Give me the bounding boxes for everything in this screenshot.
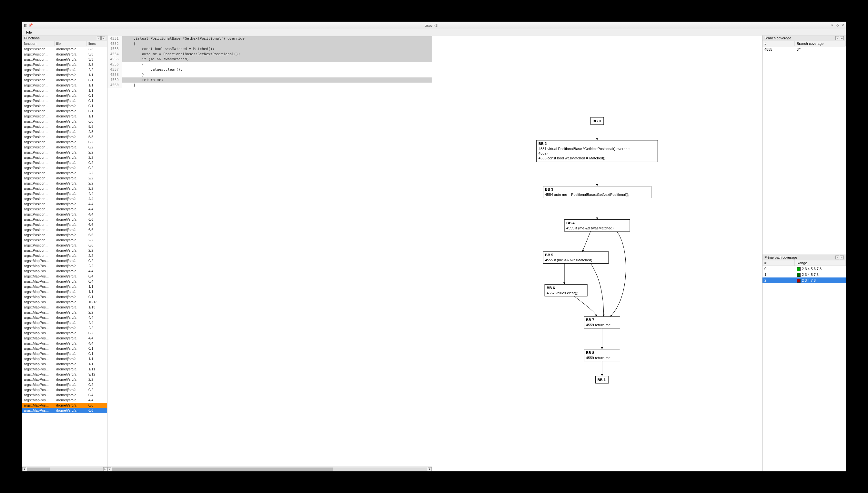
function-row[interactable]: args::MapPos.../home/j/src/a...1/1 [22, 284, 107, 289]
function-row[interactable]: args::Position.../home/j/src/a...2/2 [22, 170, 107, 175]
code-line[interactable]: 4551 virtual PositionalBase *GetNextPosi… [107, 36, 432, 41]
function-row[interactable]: args::Position.../home/j/src/a...4/4 [22, 201, 107, 207]
function-row[interactable]: args::Position.../home/j/src/a...2/2 [22, 186, 107, 191]
function-row[interactable]: args::Position.../home/j/src/a...2/5 [22, 129, 107, 134]
function-row[interactable]: args::Position.../home/j/src/a...0/1 [22, 103, 107, 108]
function-row[interactable]: args::Position.../home/j/src/a...1/1 [22, 113, 107, 119]
function-row[interactable]: args::MapPos.../home/j/src/a...2/2 [22, 310, 107, 315]
function-row[interactable]: args::Position.../home/j/src/a...4/4 [22, 212, 107, 217]
function-row[interactable]: args::Position.../home/j/src/a...4/4 [22, 191, 107, 196]
function-row[interactable]: args::Position.../home/j/src/a...2/2 [22, 181, 107, 186]
function-row[interactable]: args::Position.../home/j/src/a...6/6 [22, 227, 107, 232]
col-file[interactable]: file [55, 41, 87, 46]
function-row[interactable]: args::MapPos.../home/j/src/a...0/1 [22, 294, 107, 299]
prime-row[interactable]: 02 3 4 5 6 7 8 [762, 266, 846, 272]
function-row[interactable]: args::Position.../home/j/src/a...0/1 [22, 78, 107, 83]
function-row[interactable]: args::Position.../home/j/src/a...6/6 [22, 232, 107, 237]
functions-table-body[interactable]: args::Position.../home/j/src/a...3/3args… [22, 46, 107, 467]
function-row[interactable]: args::Position.../home/j/src/a...0/1 [22, 93, 107, 98]
code-line[interactable]: 4560 } [107, 83, 432, 88]
function-row[interactable]: args::Position.../home/j/src/a...3/3 [22, 46, 107, 51]
code-line[interactable]: 4554 auto me = PositionalBase::GetNextPo… [107, 51, 432, 57]
function-row[interactable]: args::MapPos.../home/j/src/a...4/4 [22, 269, 107, 274]
function-row[interactable]: args::Position.../home/j/src/a...0/2 [22, 160, 107, 165]
function-row[interactable]: args::MapPos.../home/j/src/a...0/4 [22, 279, 107, 284]
function-row[interactable]: args::Position.../home/j/src/a...0/1 [22, 108, 107, 113]
function-row[interactable]: args::Position.../home/j/src/a...0/2 [22, 165, 107, 170]
function-row[interactable]: args::MapPos.../home/j/src/a...4/4 [22, 320, 107, 325]
menu-file[interactable]: File [24, 30, 34, 35]
function-row[interactable]: args::Position.../home/j/src/a...0/2 [22, 145, 107, 150]
maximize-button[interactable]: ◇ [836, 24, 839, 27]
branch-col-num[interactable]: # [762, 41, 795, 46]
function-row[interactable]: args::MapPos.../home/j/src/a...4/4 [22, 336, 107, 341]
function-row[interactable]: args::Position.../home/j/src/a...3/3 [22, 51, 107, 57]
diagram-panel[interactable]: BB 0 BB 2 4551 virtual PositionalBase *G… [432, 36, 762, 471]
function-row[interactable]: args::Position.../home/j/src/a...3/3 [22, 62, 107, 67]
function-row[interactable]: args::MapPos.../home/j/src/a...10/13 [22, 299, 107, 305]
prime-row[interactable]: 12 3 4 5 7 8 [762, 272, 846, 277]
function-row[interactable]: args::Position.../home/j/src/a...3/3 [22, 57, 107, 62]
function-row[interactable]: args::Position.../home/j/src/a...2/2 [22, 67, 107, 72]
function-row[interactable]: args::Position.../home/j/src/a...6/6 [22, 119, 107, 124]
function-row[interactable]: args::Position.../home/j/src/a...2/2 [22, 150, 107, 155]
panel-detach-button[interactable]: ▫ [836, 256, 839, 259]
function-row[interactable]: args::MapPos.../home/j/src/a...0/2 [22, 258, 107, 263]
code-line[interactable]: 4555 if (me && !wasMatched) [107, 57, 432, 62]
branch-body[interactable]: 45553/4 [762, 46, 846, 255]
function-row[interactable]: args::MapPos.../home/j/src/a...1/1 [22, 356, 107, 361]
code-line[interactable]: 4552 { [107, 41, 432, 46]
function-row[interactable]: args::Position.../home/j/src/a...1/1 [22, 72, 107, 78]
function-row[interactable]: args::Position.../home/j/src/a...5/5 [22, 124, 107, 129]
function-row[interactable]: args::Position.../home/j/src/a...6/6 [22, 222, 107, 227]
function-row[interactable]: args::Position.../home/j/src/a...6/6 [22, 243, 107, 248]
scroll-right-button[interactable]: ▸ [428, 467, 432, 471]
function-row[interactable]: args::MapPos.../home/j/src/a...0/4 [22, 392, 107, 398]
panel-close-button[interactable]: × [101, 36, 105, 40]
prime-col-range[interactable]: Range [795, 260, 846, 265]
function-row[interactable]: args::MapPos.../home/j/src/a...6/6 [22, 408, 107, 413]
function-row[interactable]: args::MapPos.../home/j/src/a...4/4 [22, 315, 107, 320]
prime-body[interactable]: 02 3 4 5 6 7 812 3 4 5 7 822 3 4 7 8 [762, 266, 846, 471]
function-row[interactable]: args::Position.../home/j/src/a...2/2 [22, 248, 107, 253]
panel-close-button[interactable]: × [840, 36, 844, 40]
scroll-right-button[interactable]: ▸ [103, 467, 107, 471]
function-row[interactable]: args::Position.../home/j/src/a...2/2 [22, 253, 107, 258]
pin-icon[interactable]: 📌 [29, 24, 32, 27]
function-row[interactable]: args::Position.../home/j/src/a...5/5 [22, 134, 107, 140]
function-row[interactable]: args::MapPos.../home/j/src/a...0/6 [22, 403, 107, 408]
function-row[interactable]: args::Position.../home/j/src/a...0/1 [22, 98, 107, 103]
close-button[interactable]: ✕ [841, 24, 844, 27]
branch-col-cov[interactable]: Branch coverage [795, 41, 846, 46]
scroll-left-button[interactable]: ◂ [22, 467, 26, 471]
function-row[interactable]: args::MapPos.../home/j/src/a...1/1 [22, 289, 107, 294]
function-row[interactable]: args::Position.../home/j/src/a...1/1 [22, 88, 107, 93]
function-row[interactable]: args::Position.../home/j/src/a...6/6 [22, 217, 107, 222]
function-row[interactable]: args::MapPos.../home/j/src/a...9/12 [22, 372, 107, 377]
function-row[interactable]: args::MapPos.../home/j/src/a...0/2 [22, 382, 107, 387]
panel-detach-button[interactable]: ▫ [836, 36, 839, 40]
function-row[interactable]: args::Position.../home/j/src/a...0/2 [22, 140, 107, 145]
function-row[interactable]: args::Position.../home/j/src/a...4/4 [22, 207, 107, 212]
function-row[interactable]: args::MapPos.../home/j/src/a...0/1 [22, 346, 107, 351]
panel-detach-button[interactable]: ▫ [97, 36, 101, 40]
function-row[interactable]: args::MapPos.../home/j/src/a...2/2 [22, 377, 107, 382]
code-line[interactable]: 4557 values.clear(); [107, 67, 432, 72]
prime-row[interactable]: 22 3 4 7 8 [762, 277, 846, 283]
function-row[interactable]: args::MapPos.../home/j/src/a...0/1 [22, 351, 107, 356]
function-row[interactable]: args::MapPos.../home/j/src/a...4/4 [22, 341, 107, 346]
function-row[interactable]: args::Position.../home/j/src/a...2/2 [22, 155, 107, 160]
function-row[interactable]: args::Position.../home/j/src/a...1/1 [22, 83, 107, 88]
function-row[interactable]: args::MapPos.../home/j/src/a...4/4 [22, 398, 107, 403]
function-row[interactable]: args::MapPos.../home/j/src/a...0/4 [22, 274, 107, 279]
function-row[interactable]: args::MapPos.../home/j/src/a...1/13 [22, 305, 107, 310]
minimize-button[interactable]: ▾ [830, 24, 834, 27]
code-line[interactable]: 4556 { [107, 62, 432, 67]
functions-hscrollbar[interactable]: ◂ ▸ [22, 467, 107, 471]
function-row[interactable]: args::Position.../home/j/src/a...2/2 [22, 237, 107, 243]
function-row[interactable]: args::MapPos.../home/j/src/a...2/2 [22, 263, 107, 269]
function-row[interactable]: args::MapPos.../home/j/src/a...0/2 [22, 330, 107, 336]
function-row[interactable]: args::MapPos.../home/j/src/a...2/2 [22, 325, 107, 330]
function-row[interactable]: args::MapPos.../home/j/src/a...0/2 [22, 387, 107, 392]
code-body[interactable]: 4551 virtual PositionalBase *GetNextPosi… [107, 36, 432, 467]
